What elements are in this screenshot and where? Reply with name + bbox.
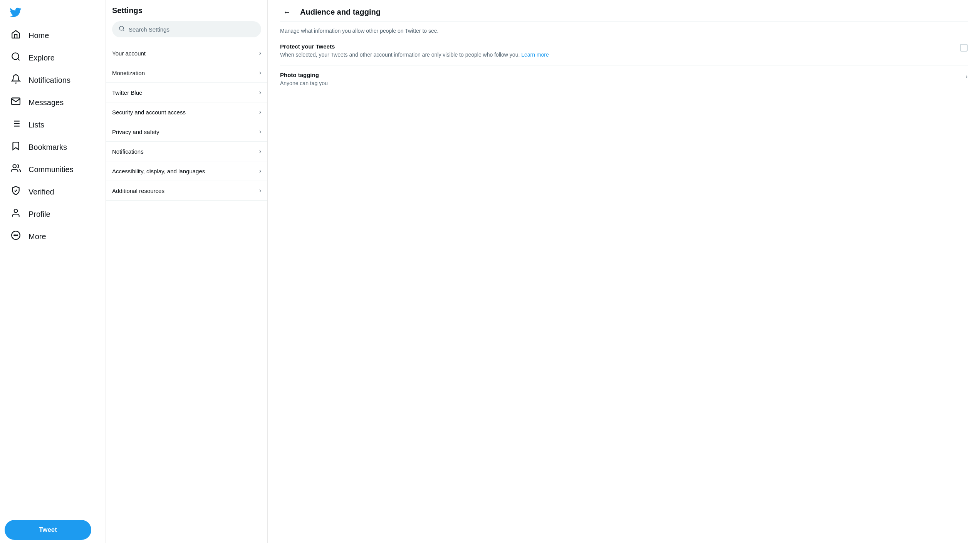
sidebar-item-lists-label: Lists bbox=[29, 121, 44, 129]
sidebar-item-communities-label: Communities bbox=[29, 165, 74, 174]
right-header: ← Audience and tagging bbox=[280, 0, 968, 22]
search-icon bbox=[119, 25, 125, 33]
tweet-button[interactable]: Tweet bbox=[5, 520, 91, 540]
svg-line-1 bbox=[18, 59, 20, 60]
settings-item-twitter-blue[interactable]: Twitter Blue › bbox=[106, 83, 267, 102]
settings-item-accessibility[interactable]: Accessibility, display, and languages › bbox=[106, 161, 267, 181]
settings-list: Your account › Monetization › Twitter Bl… bbox=[106, 44, 267, 201]
verified-icon bbox=[11, 186, 21, 198]
sidebar-item-home-label: Home bbox=[29, 31, 49, 40]
right-panel-title: Audience and tagging bbox=[300, 8, 381, 17]
messages-icon bbox=[11, 96, 21, 109]
svg-point-9 bbox=[14, 209, 18, 213]
search-input[interactable] bbox=[129, 26, 255, 33]
svg-point-14 bbox=[119, 26, 124, 30]
sidebar-item-profile[interactable]: Profile bbox=[5, 203, 101, 225]
chevron-icon: › bbox=[259, 50, 261, 57]
chevron-icon: › bbox=[259, 187, 261, 194]
svg-point-13 bbox=[17, 235, 18, 236]
back-button[interactable]: ← bbox=[280, 5, 294, 20]
sidebar: Home Explore Notifications bbox=[0, 0, 106, 543]
sidebar-item-verified[interactable]: Verified bbox=[5, 181, 101, 203]
chevron-icon: › bbox=[259, 109, 261, 116]
more-icon bbox=[11, 230, 21, 243]
sidebar-item-bookmarks-label: Bookmarks bbox=[29, 143, 67, 152]
sidebar-item-communities[interactable]: Communities bbox=[5, 159, 101, 180]
back-arrow-icon: ← bbox=[283, 8, 291, 17]
search-bar bbox=[112, 21, 261, 37]
notifications-icon bbox=[11, 74, 21, 86]
sidebar-item-more[interactable]: More bbox=[5, 226, 101, 247]
sidebar-item-notifications-label: Notifications bbox=[29, 76, 70, 85]
sidebar-item-home[interactable]: Home bbox=[5, 25, 101, 46]
protect-tweets-desc: When selected, your Tweets and other acc… bbox=[280, 51, 954, 59]
sidebar-item-notifications[interactable]: Notifications bbox=[5, 69, 101, 91]
sidebar-item-lists[interactable]: Lists bbox=[5, 114, 101, 136]
protect-tweets-title: Protect your Tweets bbox=[280, 43, 954, 50]
settings-item-security[interactable]: Security and account access › bbox=[106, 102, 267, 122]
search-bar-wrapper bbox=[106, 18, 267, 44]
settings-item-monetization[interactable]: Monetization › bbox=[106, 63, 267, 83]
chevron-icon: › bbox=[259, 69, 261, 76]
bookmarks-icon bbox=[11, 141, 21, 153]
profile-icon bbox=[11, 208, 21, 220]
photo-tagging-info: Photo tagging Anyone can tag you bbox=[280, 72, 960, 87]
settings-item-notifications[interactable]: Notifications › bbox=[106, 142, 267, 161]
protect-tweets-info: Protect your Tweets When selected, your … bbox=[280, 43, 954, 59]
lists-icon bbox=[11, 119, 21, 131]
sidebar-item-explore-label: Explore bbox=[29, 54, 55, 62]
sidebar-item-messages[interactable]: Messages bbox=[5, 92, 101, 113]
sidebar-item-bookmarks[interactable]: Bookmarks bbox=[5, 136, 101, 158]
right-panel: ← Audience and tagging Manage what infor… bbox=[268, 0, 980, 543]
chevron-icon: › bbox=[259, 168, 261, 174]
main-nav: Home Explore Notifications bbox=[5, 25, 101, 514]
right-panel-subtitle: Manage what information you allow other … bbox=[280, 22, 968, 37]
settings-title: Settings bbox=[106, 0, 267, 18]
sidebar-item-profile-label: Profile bbox=[29, 210, 50, 219]
protect-tweets-row: Protect your Tweets When selected, your … bbox=[280, 37, 968, 65]
svg-point-12 bbox=[15, 235, 16, 236]
chevron-icon: › bbox=[259, 148, 261, 155]
svg-point-8 bbox=[13, 164, 16, 168]
settings-panel: Settings Your account › Monetization › T… bbox=[106, 0, 268, 543]
communities-icon bbox=[11, 163, 21, 176]
settings-item-additional[interactable]: Additional resources › bbox=[106, 181, 267, 201]
photo-tagging-chevron-icon: › bbox=[966, 73, 968, 80]
svg-line-15 bbox=[123, 30, 124, 31]
settings-item-privacy[interactable]: Privacy and safety › bbox=[106, 122, 267, 142]
twitter-logo[interactable] bbox=[5, 3, 101, 23]
sidebar-item-more-label: More bbox=[29, 232, 46, 241]
home-icon bbox=[11, 29, 21, 42]
sidebar-item-messages-label: Messages bbox=[29, 98, 64, 107]
svg-point-11 bbox=[14, 235, 15, 236]
sidebar-item-explore[interactable]: Explore bbox=[5, 47, 101, 69]
photo-tagging-row[interactable]: Photo tagging Anyone can tag you › bbox=[280, 65, 968, 94]
chevron-icon: › bbox=[259, 128, 261, 135]
sidebar-item-verified-label: Verified bbox=[29, 188, 54, 196]
learn-more-link[interactable]: Learn more bbox=[521, 52, 549, 58]
chevron-icon: › bbox=[259, 89, 261, 96]
svg-point-0 bbox=[12, 53, 18, 59]
photo-tagging-title: Photo tagging bbox=[280, 72, 960, 78]
protect-tweets-checkbox[interactable] bbox=[960, 44, 968, 52]
photo-tagging-desc: Anyone can tag you bbox=[280, 80, 960, 87]
explore-icon bbox=[11, 52, 21, 64]
settings-item-your-account[interactable]: Your account › bbox=[106, 44, 267, 63]
